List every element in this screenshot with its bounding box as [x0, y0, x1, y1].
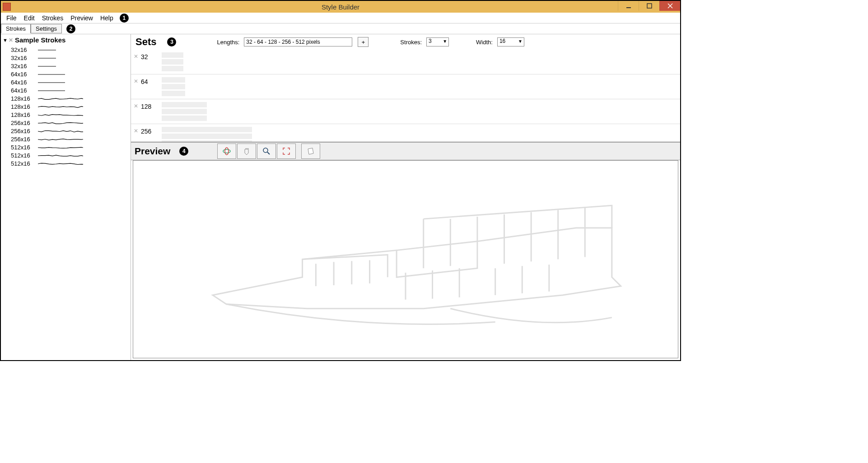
tree-item-label: 64x16 [11, 71, 35, 78]
tree-item[interactable]: 32x16 [1, 46, 131, 54]
menu-help[interactable]: Help [97, 14, 117, 23]
stroke-preview-icon [38, 97, 83, 100]
page-icon [306, 147, 315, 156]
pan-tool-button[interactable] [237, 144, 256, 159]
tree-item[interactable]: 512x16 [1, 151, 131, 159]
tree-item[interactable]: 256x16 [1, 135, 131, 143]
set-length-label: 64 [141, 78, 162, 85]
minimize-button[interactable] [618, 1, 639, 11]
set-row[interactable]: ✕64 [131, 74, 680, 99]
hand-icon [242, 147, 251, 156]
tree-item-label: 256x16 [11, 120, 35, 126]
lengths-label: Lengths: [217, 39, 239, 46]
stroke-swatch [162, 59, 183, 65]
stroke-swatch [162, 102, 207, 107]
stroke-preview-icon [38, 57, 83, 59]
tree-group-title: Sample Strokes [15, 36, 66, 44]
remove-set-icon[interactable]: ✕ [134, 103, 138, 109]
callout-1: 1 [120, 14, 129, 23]
stroke-swatch [162, 91, 185, 96]
menu-file[interactable]: File [3, 14, 20, 23]
stroke-preview-icon [38, 122, 83, 124]
stroke-swatch [162, 127, 252, 132]
tree-item[interactable]: 64x16 [1, 70, 131, 78]
tree-item[interactable]: 512x16 [1, 143, 131, 151]
tree-item[interactable]: 128x16 [1, 102, 131, 111]
width-select[interactable]: 16 [497, 37, 524, 46]
sets-list[interactable]: ✕32✕64✕128✕256 [131, 50, 680, 142]
callout-3: 3 [167, 37, 176, 46]
orbit-tool-button[interactable] [217, 144, 236, 159]
tab-settings[interactable]: Settings [31, 24, 62, 33]
set-length-label: 128 [141, 103, 162, 110]
tree-item-label: 256x16 [11, 128, 35, 134]
svg-point-5 [225, 148, 229, 155]
titlebar: Style Builder [1, 1, 680, 13]
menubar: File Edit Strokes Preview Help 1 [1, 13, 680, 23]
stroke-swatch [162, 77, 185, 83]
stroke-preview-icon [38, 146, 83, 148]
app-window: Style Builder File Edit Strokes Preview … [0, 0, 681, 361]
tree-item[interactable]: 128x16 [1, 94, 131, 102]
tab-strokes[interactable]: Strokes [1, 24, 31, 33]
tree-item[interactable]: 512x16 [1, 159, 131, 167]
tree-item[interactable]: 256x16 [1, 127, 131, 135]
svg-line-7 [267, 152, 270, 154]
menu-preview[interactable]: Preview [67, 14, 97, 23]
stroke-swatch [162, 116, 207, 121]
tree-header[interactable]: ▼ ✕ Sample Strokes [1, 34, 131, 46]
stroke-preview-icon [38, 49, 83, 51]
display-toggle-button[interactable] [301, 144, 320, 159]
tree-item[interactable]: 32x16 [1, 54, 131, 62]
tree-item-label: 512x16 [11, 160, 35, 167]
zoom-tool-button[interactable] [257, 144, 276, 159]
stroke-swatch [162, 52, 183, 58]
right-pane: Sets 3 Lengths: + Strokes: 3 Width: 16 ✕… [131, 34, 680, 360]
tree-item[interactable]: 64x16 [1, 86, 131, 94]
set-length-label: 32 [141, 53, 162, 60]
menu-strokes[interactable]: Strokes [38, 14, 67, 23]
tree-item-label: 64x16 [11, 87, 35, 94]
remove-set-icon[interactable]: ✕ [134, 128, 138, 134]
svg-rect-1 [647, 4, 652, 8]
zoom-extents-icon [282, 147, 291, 156]
set-row[interactable]: ✕256 [131, 124, 680, 142]
close-button[interactable] [659, 1, 680, 11]
set-swatches [162, 127, 252, 142]
stroke-preview-icon [38, 114, 83, 116]
tree-item[interactable]: 256x16 [1, 119, 131, 127]
strokes-select[interactable]: 3 [426, 37, 449, 46]
tree-item-label: 32x16 [11, 55, 35, 61]
stroke-swatch [162, 109, 207, 114]
maximize-button[interactable] [639, 1, 659, 11]
tree-item[interactable]: 32x16 [1, 62, 131, 70]
window-title: Style Builder [322, 3, 359, 11]
tree-item-label: 128x16 [11, 103, 35, 110]
zoom-extents-button[interactable] [277, 144, 296, 159]
set-length-label: 256 [141, 128, 162, 135]
tree-item-label: 32x16 [11, 46, 35, 53]
stroke-preview-icon [38, 73, 83, 75]
add-length-button[interactable]: + [358, 37, 369, 47]
preview-canvas[interactable] [133, 160, 678, 358]
maximize-icon [647, 3, 652, 9]
tree-item[interactable]: 64x16 [1, 78, 131, 86]
callout-4: 4 [179, 147, 188, 156]
stroke-preview-icon [38, 130, 83, 132]
set-row[interactable]: ✕32 [131, 50, 680, 74]
tree-item-label: 512x16 [11, 152, 35, 159]
stroke-swatch [162, 134, 252, 139]
remove-set-icon[interactable]: ✕ [134, 53, 138, 60]
tree-item-label: 512x16 [11, 144, 35, 151]
set-swatches [162, 77, 185, 96]
set-row[interactable]: ✕128 [131, 99, 680, 124]
x-icon: ✕ [9, 37, 13, 43]
callout-2: 2 [66, 24, 75, 33]
tree-item-label: 256x16 [11, 136, 35, 143]
magnifier-icon [262, 147, 271, 156]
tree-item[interactable]: 128x16 [1, 111, 131, 119]
menu-edit[interactable]: Edit [20, 14, 38, 23]
stroke-preview-icon [38, 81, 83, 83]
lengths-input[interactable] [244, 37, 352, 46]
remove-set-icon[interactable]: ✕ [134, 78, 138, 84]
